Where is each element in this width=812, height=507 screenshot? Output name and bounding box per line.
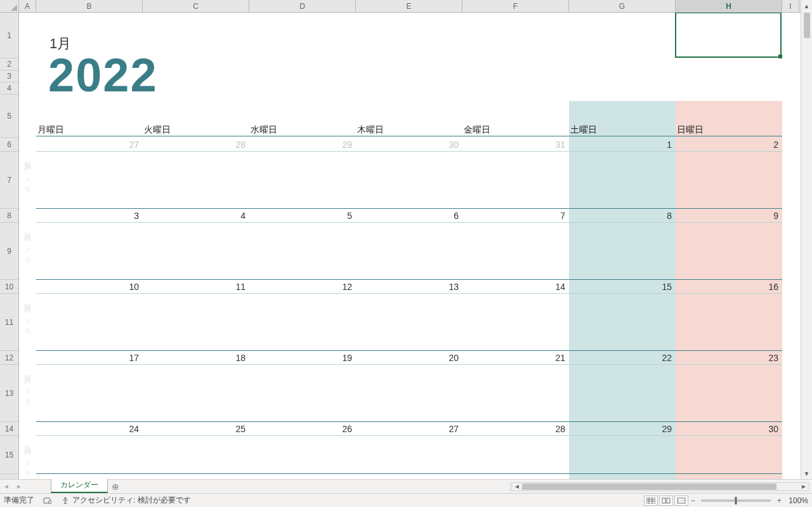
- calendar-day[interactable]: 8: [569, 209, 676, 223]
- calendar-day[interactable]: 27: [356, 422, 462, 436]
- column-header[interactable]: A: [19, 0, 36, 12]
- fill-handle[interactable]: [778, 55, 782, 58]
- zoom-in-button[interactable]: +: [775, 496, 783, 505]
- calendar-note-cell[interactable]: [143, 223, 249, 280]
- calendar-day[interactable]: 16: [676, 280, 782, 294]
- row-header[interactable]: 11: [0, 294, 18, 351]
- calendar-note-cell[interactable]: [569, 436, 676, 474]
- row-header[interactable]: 8: [0, 209, 18, 223]
- calendar-day[interactable]: 24: [36, 422, 143, 436]
- cells-canvas[interactable]: 1月 2022 月曜日火曜日水曜日木曜日金曜日土曜日日曜日27282930311…: [19, 13, 801, 479]
- accessibility-status[interactable]: アクセシビリティ: 検討が必要です: [61, 495, 191, 506]
- row-header[interactable]: 9: [0, 223, 18, 280]
- calendar-day[interactable]: 23: [676, 351, 782, 365]
- view-normal-button[interactable]: [644, 496, 658, 506]
- calendar-note-cell[interactable]: [143, 436, 249, 474]
- calendar-day[interactable]: 17: [36, 351, 143, 365]
- selected-cell[interactable]: [675, 13, 782, 58]
- calendar-day[interactable]: 3: [36, 209, 143, 223]
- calendar-note-cell[interactable]: [462, 152, 569, 209]
- calendar-note-cell[interactable]: [356, 436, 462, 474]
- row-header[interactable]: 10: [0, 280, 18, 294]
- calendar-day[interactable]: 10: [36, 280, 143, 294]
- calendar-note-cell[interactable]: [462, 223, 569, 280]
- row-header[interactable]: 3: [0, 70, 18, 82]
- calendar-note-cell[interactable]: [143, 365, 249, 422]
- view-page-layout-button[interactable]: [659, 496, 673, 506]
- calendar-note-cell[interactable]: [676, 223, 782, 280]
- calendar-note-cell[interactable]: [356, 365, 462, 422]
- calendar-note-cell[interactable]: [36, 152, 143, 209]
- horizontal-scroll-thumb[interactable]: [522, 484, 776, 490]
- calendar-note-cell[interactable]: [356, 294, 462, 351]
- calendar-note-cell[interactable]: [249, 294, 356, 351]
- calendar-note-cell[interactable]: [462, 436, 569, 474]
- calendar-day[interactable]: 15: [569, 280, 676, 294]
- calendar-day[interactable]: 28: [143, 138, 249, 152]
- column-header[interactable]: E: [356, 0, 462, 12]
- select-all-corner[interactable]: [0, 0, 19, 12]
- column-headers[interactable]: ABCDEFGHI: [0, 0, 801, 13]
- calendar-note-cell[interactable]: [36, 223, 143, 280]
- macro-recorder[interactable]: [43, 496, 52, 505]
- column-header[interactable]: I: [782, 0, 799, 12]
- calendar-day[interactable]: 31: [462, 138, 569, 152]
- calendar-day[interactable]: 2: [676, 138, 782, 152]
- calendar-day[interactable]: 4: [143, 209, 249, 223]
- zoom-out-button[interactable]: −: [688, 496, 697, 505]
- row-header[interactable]: 13: [0, 365, 18, 422]
- calendar-note-cell[interactable]: [462, 365, 569, 422]
- scroll-right-arrow-icon[interactable]: ►: [799, 483, 809, 490]
- calendar-note-cell[interactable]: [143, 294, 249, 351]
- calendar-note-cell[interactable]: [356, 223, 462, 280]
- calendar-day[interactable]: 29: [249, 138, 356, 152]
- calendar-note-cell[interactable]: [569, 294, 676, 351]
- horizontal-scrollbar[interactable]: ◄ ►: [511, 482, 809, 491]
- column-header[interactable]: C: [143, 0, 249, 12]
- calendar-day[interactable]: 28: [462, 422, 569, 436]
- calendar-note-cell[interactable]: [676, 365, 782, 422]
- calendar-note-cell[interactable]: [36, 294, 143, 351]
- tab-nav-prev-icon[interactable]: ◄: [0, 480, 13, 493]
- calendar-day[interactable]: 30: [676, 422, 782, 436]
- row-header[interactable]: 7: [0, 152, 18, 209]
- calendar-note-cell[interactable]: [676, 294, 782, 351]
- row-header[interactable]: 6: [0, 138, 18, 152]
- calendar-note-cell[interactable]: [462, 294, 569, 351]
- view-page-break-button[interactable]: [674, 496, 688, 506]
- row-header[interactable]: 12: [0, 351, 18, 365]
- calendar-day[interactable]: 20: [356, 351, 462, 365]
- new-sheet-button[interactable]: ⊕: [108, 480, 123, 493]
- row-headers[interactable]: 123456789101112131415: [0, 13, 19, 479]
- calendar-day[interactable]: 25: [143, 422, 249, 436]
- column-header[interactable]: F: [462, 0, 569, 12]
- calendar-day[interactable]: 12: [249, 280, 356, 294]
- calendar-note-cell[interactable]: [249, 365, 356, 422]
- calendar-day[interactable]: 30: [356, 138, 462, 152]
- row-header[interactable]: 5: [0, 95, 18, 138]
- vertical-scrollbar[interactable]: ▲ ▼: [801, 0, 812, 479]
- scroll-down-arrow-icon[interactable]: ▼: [801, 468, 812, 479]
- column-header[interactable]: G: [569, 0, 676, 12]
- calendar-note-cell[interactable]: [249, 223, 356, 280]
- column-header[interactable]: H: [676, 0, 782, 12]
- calendar-day[interactable]: 22: [569, 351, 676, 365]
- calendar-note-cell[interactable]: [676, 436, 782, 474]
- zoom-slider-thumb[interactable]: [735, 497, 737, 504]
- calendar-day[interactable]: 18: [143, 351, 249, 365]
- scroll-up-arrow-icon[interactable]: ▲: [801, 0, 812, 11]
- calendar-day[interactable]: 29: [569, 422, 676, 436]
- calendar-day[interactable]: 7: [462, 209, 569, 223]
- row-header[interactable]: 4: [0, 82, 18, 95]
- vertical-scroll-thumb[interactable]: [804, 13, 810, 38]
- calendar-day[interactable]: 13: [356, 280, 462, 294]
- zoom-slider[interactable]: [701, 499, 771, 502]
- calendar-day[interactable]: 26: [249, 422, 356, 436]
- calendar-note-cell[interactable]: [569, 365, 676, 422]
- calendar-day[interactable]: 19: [249, 351, 356, 365]
- calendar-note-cell[interactable]: [36, 365, 143, 422]
- row-header[interactable]: 14: [0, 422, 18, 436]
- calendar-day[interactable]: 11: [143, 280, 249, 294]
- zoom-level[interactable]: 100%: [789, 496, 808, 505]
- calendar-note-cell[interactable]: [249, 436, 356, 474]
